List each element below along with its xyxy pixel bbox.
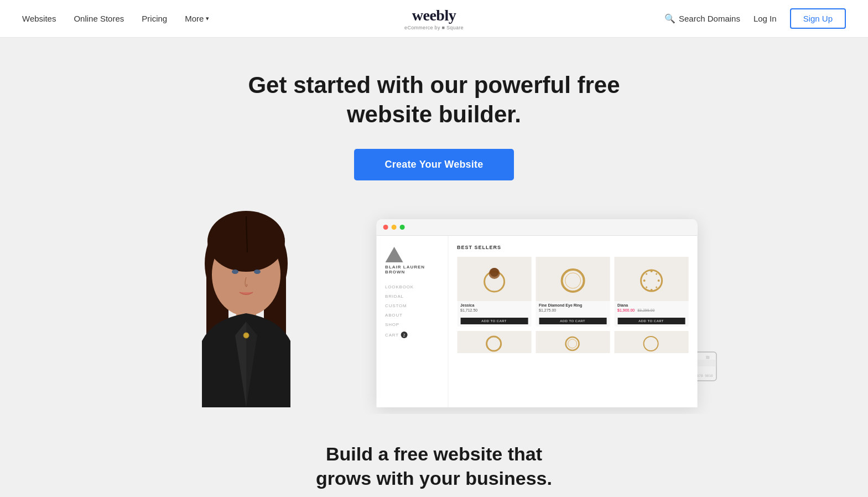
product-price-jessica: $1,712.50 xyxy=(460,308,528,312)
svg-point-17 xyxy=(657,279,659,282)
signup-button[interactable]: Sign Up xyxy=(790,8,846,29)
svg-point-27 xyxy=(644,336,658,351)
browser-dot-yellow xyxy=(391,225,396,230)
product-info-jessica: Jessica $1,712.50 ADD TO CART xyxy=(457,301,531,327)
svg-point-26 xyxy=(568,339,577,348)
navbar: Websites Online Stores Pricing More ▾ we… xyxy=(0,0,868,38)
product-image-r2-1 xyxy=(457,331,531,353)
svg-text:≋: ≋ xyxy=(705,354,710,360)
more-label: More xyxy=(185,14,204,23)
product-info-diamond: Fine Diamond Eye Ring $1,275.00 ADD TO C… xyxy=(536,301,610,327)
brand-logo[interactable]: weebly eCommerce by ■ Square xyxy=(404,7,464,30)
browser-mockup: BLAIR LAUREN BROWN LOOKBOOK BRIDAL CUSTO… xyxy=(376,219,697,407)
search-domains-label: Search Domains xyxy=(679,14,740,23)
triangle-logo-icon xyxy=(385,247,403,262)
sidebar-nav-custom: CUSTOM xyxy=(385,303,439,308)
svg-point-14 xyxy=(565,273,580,288)
sidebar-nav-bridal: BRIDAL xyxy=(385,294,439,299)
ring-svg-4 xyxy=(485,333,504,352)
browser-sidebar: BLAIR LAUREN BROWN LOOKBOOK BRIDAL CUSTO… xyxy=(376,236,448,407)
sidebar-nav-lookbook: LOOKBOOK xyxy=(385,284,439,289)
person-illustration xyxy=(169,208,324,407)
product-card-jessica: Jessica $1,712.50 ADD TO CART xyxy=(457,257,531,327)
browser-dot-green xyxy=(399,225,404,230)
subheadline-line1: Build a free website that xyxy=(326,443,542,464)
product-card-diamond: Fine Diamond Eye Ring $1,275.00 ADD TO C… xyxy=(536,257,610,327)
chevron-down-icon: ▾ xyxy=(206,15,209,22)
product-original-price-diana: $3,299.00 xyxy=(637,308,654,312)
browser-bar xyxy=(376,219,697,236)
hero-headline-line1: Get started with our powerful free xyxy=(248,72,620,98)
sidebar-nav-shop: SHOP xyxy=(385,322,439,327)
svg-point-16 xyxy=(643,279,645,282)
sidebar-brand-name: BLAIR LAUREN BROWN xyxy=(385,265,439,275)
browser-main-content: BEST SELLERS xyxy=(448,236,697,407)
product-image-diana xyxy=(614,257,688,301)
svg-point-7 xyxy=(254,270,261,274)
ring-svg-6 xyxy=(642,333,661,352)
product-card-r2-2 xyxy=(536,331,610,353)
product-name-jessica: Jessica xyxy=(460,303,528,307)
search-icon: 🔍 xyxy=(664,13,675,24)
search-domains-button[interactable]: 🔍 Search Domains xyxy=(664,13,740,24)
svg-point-24 xyxy=(487,336,501,351)
hero-visuals: BLAIR LAUREN BROWN LOOKBOOK BRIDAL CUSTO… xyxy=(102,208,766,407)
add-to-cart-jessica[interactable]: ADD TO CART xyxy=(460,318,528,324)
hero-section: Get started with our powerful free websi… xyxy=(0,38,868,414)
sidebar-nav-about: ABOUT xyxy=(385,313,439,318)
svg-point-19 xyxy=(650,289,652,291)
sidebar-logo-area: BLAIR LAUREN BROWN xyxy=(385,247,439,275)
subheadline-line2: grows with your business. xyxy=(316,468,552,489)
product-image-jessica xyxy=(457,257,531,301)
nav-item-more[interactable]: More ▾ xyxy=(185,14,209,23)
product-price-diana: $1,900.00 $3,299.00 xyxy=(617,308,685,312)
products-grid: Jessica $1,712.50 ADD TO CART xyxy=(457,257,688,327)
hero-headline-line2: website builder. xyxy=(347,101,521,127)
product-name-diamond: Fine Diamond Eye Ring xyxy=(539,303,606,307)
ring-svg-3 xyxy=(637,264,665,294)
cart-badge: 2 xyxy=(401,332,408,338)
browser-dot-red xyxy=(383,225,388,230)
product-sale-price-diana: $1,900.00 xyxy=(617,308,635,312)
ring-svg-1 xyxy=(480,262,508,296)
ring-svg-2 xyxy=(559,264,586,294)
sidebar-nav-cart: CART 2 xyxy=(385,332,439,338)
hero-headline: Get started with our powerful free websi… xyxy=(248,71,620,129)
logo-wordmark: weebly xyxy=(404,7,464,24)
add-to-cart-diamond[interactable]: ADD TO CART xyxy=(539,318,606,324)
subheadline-section: Build a free website that grows with you… xyxy=(0,414,868,497)
product-image-r2-3 xyxy=(614,331,688,353)
product-card-diana: Diana $1,900.00 $3,299.00 ADD TO CART xyxy=(614,257,688,327)
product-image-r2-2 xyxy=(536,331,610,353)
login-link[interactable]: Log In xyxy=(753,14,777,23)
svg-point-9 xyxy=(243,333,249,338)
product-card-r2-1 xyxy=(457,331,531,353)
product-info-diana: Diana $1,900.00 $3,299.00 ADD TO CART xyxy=(614,301,688,327)
product-image-diamond xyxy=(536,257,610,301)
svg-point-22 xyxy=(646,286,647,288)
create-website-button[interactable]: Create Your Website xyxy=(354,149,514,180)
logo-subtitle: eCommerce by ■ Square xyxy=(404,25,464,30)
nav-item-pricing[interactable]: Pricing xyxy=(142,14,167,23)
svg-point-18 xyxy=(650,270,652,272)
product-price-diamond: $1,275.00 xyxy=(539,308,606,312)
browser-content: BLAIR LAUREN BROWN LOOKBOOK BRIDAL CUSTO… xyxy=(376,236,697,407)
svg-point-6 xyxy=(232,270,238,274)
product-name-diana: Diana xyxy=(617,303,685,307)
nav-item-online-stores[interactable]: Online Stores xyxy=(74,14,124,23)
subheadline-text: Build a free website that grows with you… xyxy=(11,442,857,490)
svg-point-12 xyxy=(490,268,498,277)
product-card-r2-3 xyxy=(614,331,688,353)
nav-right: 🔍 Search Domains Log In Sign Up xyxy=(664,8,846,29)
nav-item-websites[interactable]: Websites xyxy=(22,14,56,23)
nav-left: Websites Online Stores Pricing More ▾ xyxy=(22,14,209,23)
person-svg xyxy=(169,208,324,407)
svg-point-21 xyxy=(656,273,657,275)
best-sellers-title: BEST SELLERS xyxy=(457,245,688,250)
ring-svg-5 xyxy=(563,333,583,352)
svg-point-20 xyxy=(646,273,647,275)
add-to-cart-diana[interactable]: ADD TO CART xyxy=(617,318,685,324)
svg-point-23 xyxy=(656,286,657,288)
products-grid-row2 xyxy=(457,331,688,353)
